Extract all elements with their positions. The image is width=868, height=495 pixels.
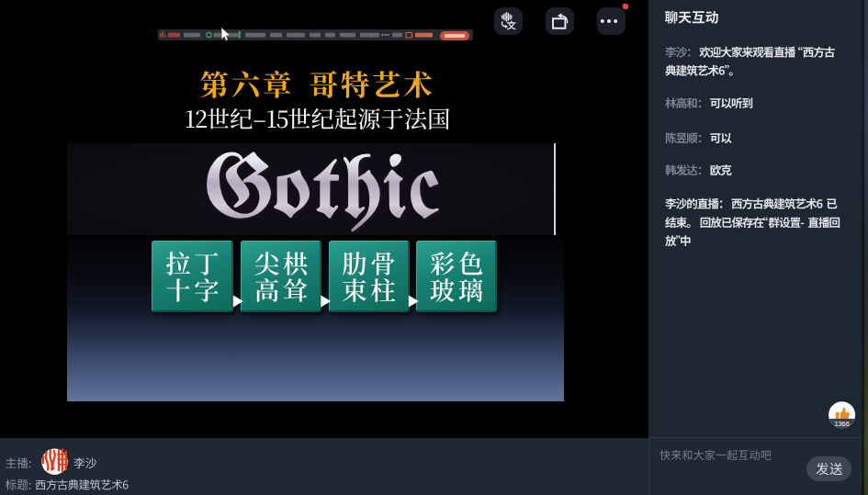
svg-text:1366: 1366 — [834, 420, 849, 428]
